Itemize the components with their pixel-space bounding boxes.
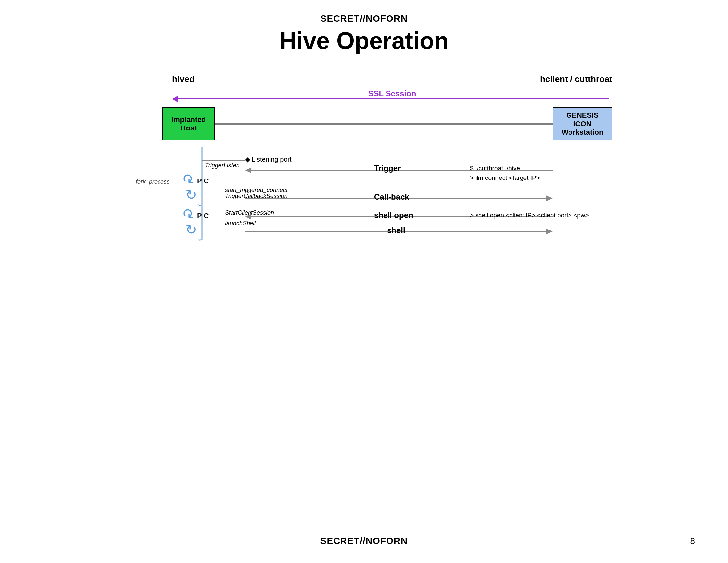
fork-process-label: fork_process: [136, 178, 170, 185]
svg-marker-4: [245, 167, 251, 173]
col-label-hclient: hclient / cutthroat: [540, 74, 612, 84]
trigger-callback-label: TriggerCallbackSession: [225, 193, 288, 200]
ssl-session-label: SSL Session: [368, 89, 416, 98]
listening-port-label: ◆ Listening port: [245, 155, 292, 163]
ssl-arrow-line: [175, 98, 609, 99]
trigger-right-text-2: > ilm connect <target IP>: [470, 173, 540, 183]
col-label-hived: hived: [172, 74, 195, 84]
implanted-host-label: ImplantedHost: [171, 115, 206, 132]
genesis-label: GENESISICONWorkstation: [562, 111, 604, 137]
fork-arrow-up-2: ↺: [182, 205, 194, 221]
trigger-right-text-1: $ ./cutthroat ./hive: [470, 164, 540, 173]
pc-label-2: P C: [197, 211, 209, 220]
launch-shell-label: launchShell: [225, 220, 256, 227]
down-arrow-1: ↓: [197, 195, 203, 209]
fork-arrow-up: ↺: [182, 170, 194, 186]
header: SECRET//NOFORN Hive Operation: [279, 13, 449, 54]
svg-marker-11: [546, 228, 553, 234]
svg-marker-7: [546, 195, 553, 201]
shell-open-right-text: > shell open <client IP> <client port> <…: [470, 211, 589, 219]
classification-top: SECRET//NOFORN: [279, 13, 449, 24]
diagram-area: hived hclient / cutthroat SSL Session Im…: [99, 74, 629, 372]
trigger-arrow-label: Trigger: [374, 164, 401, 173]
fork-arrow-down: ↻: [185, 187, 197, 203]
fork-arrow-down-2: ↻: [185, 221, 197, 238]
ssl-session-container: SSL Session: [172, 89, 612, 102]
start-client-label: StartClientSession: [225, 209, 274, 216]
trigger-listen-label: TriggerListen: [205, 162, 240, 169]
page-title: Hive Operation: [279, 27, 449, 54]
callback-arrow-label: Call-back: [374, 192, 409, 202]
implanted-host-box: ImplantedHost: [162, 107, 215, 140]
ssl-arrow-head: [172, 96, 178, 102]
shell-open-arrow-label: shell open: [374, 211, 413, 220]
page-number: 8: [690, 536, 695, 546]
genesis-icon-box: GENESISICONWorkstation: [553, 107, 612, 140]
down-arrow-2: ↓: [197, 230, 203, 244]
pc-label-1: P C: [197, 177, 209, 185]
trigger-right-text: $ ./cutthroat ./hive > ilm connect <targ…: [470, 164, 540, 182]
shell-arrow-label: shell: [387, 226, 405, 235]
classification-bottom: SECRET//NOFORN: [320, 536, 408, 546]
